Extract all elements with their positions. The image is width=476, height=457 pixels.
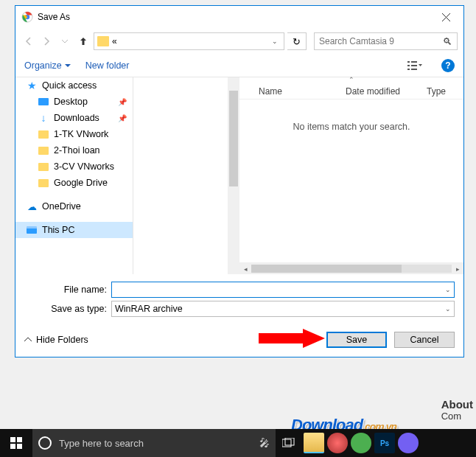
- svg-rect-11: [10, 444, 15, 449]
- svg-rect-5: [411, 65, 417, 66]
- filename-label: File name:: [24, 285, 111, 295]
- app-icon[interactable]: [327, 433, 348, 453]
- recent-dropdown[interactable]: [57, 40, 73, 43]
- horizontal-scrollbar[interactable]: ◂ ▸: [239, 262, 463, 274]
- column-headers: Name Date modified Type: [239, 83, 463, 100]
- tree-item-folder[interactable]: Google Drive: [15, 175, 133, 191]
- path-dropdown-icon[interactable]: ⌄: [269, 38, 281, 45]
- tree-label: 3-CV VNworks: [54, 161, 114, 172]
- toolbar: Organize New folder ?: [15, 55, 463, 77]
- app-icon[interactable]: [351, 433, 371, 453]
- filename-input[interactable]: [112, 285, 442, 295]
- filename-field[interactable]: ⌄: [111, 282, 455, 298]
- save-button[interactable]: Save: [326, 332, 387, 348]
- savetype-dropdown-icon[interactable]: ⌄: [442, 305, 454, 313]
- svg-rect-9: [10, 437, 15, 442]
- close-button[interactable]: [431, 7, 461, 27]
- column-type[interactable]: Type: [427, 86, 463, 97]
- help-button[interactable]: ?: [441, 59, 455, 72]
- folder-icon: [38, 161, 49, 172]
- taskbar-search-placeholder: Type here to search: [59, 438, 252, 449]
- scroll-right-icon[interactable]: ▸: [452, 263, 463, 274]
- navigation-bar: « ⌄ ↻ 🔍︎: [15, 28, 463, 55]
- tree-quick-access[interactable]: ★ Quick access: [15, 77, 133, 94]
- tree-item-desktop[interactable]: Desktop 📌: [15, 94, 133, 110]
- address-bar[interactable]: « ⌄: [94, 32, 284, 50]
- start-button[interactable]: [0, 429, 32, 457]
- folder-icon: [38, 177, 49, 189]
- chrome-icon: [21, 11, 33, 23]
- search-box[interactable]: 🔍︎: [314, 32, 458, 50]
- task-view-button[interactable]: [276, 438, 302, 448]
- svg-rect-12: [17, 444, 22, 449]
- svg-rect-2: [407, 61, 410, 63]
- tree-label: 2-Thoi loan: [54, 145, 100, 156]
- cortana-icon: [38, 436, 52, 450]
- downloads-icon: ↓: [38, 112, 49, 124]
- organize-menu[interactable]: Organize: [24, 60, 71, 71]
- svg-rect-10: [17, 437, 22, 442]
- tree-item-downloads[interactable]: ↓ Downloads 📌: [15, 110, 133, 126]
- tree-label: Downloads: [54, 113, 99, 123]
- star-icon: ★: [26, 80, 38, 91]
- up-button[interactable]: [76, 34, 91, 49]
- svg-rect-7: [411, 69, 417, 70]
- tree-label: Google Drive: [54, 178, 108, 188]
- explorer-icon[interactable]: [304, 433, 324, 453]
- annotation-arrow: [259, 329, 325, 348]
- save-as-dialog: Save As « ⌄ ↻ 🔍︎ Organize: [15, 5, 464, 357]
- tree-label: 1-TK VNwork: [54, 129, 108, 139]
- path-crumb[interactable]: «: [112, 36, 117, 46]
- folder-icon: [97, 36, 109, 46]
- form-area: File name: ⌄ Save as type: WinRAR archiv…: [15, 274, 463, 321]
- search-icon[interactable]: 🔍︎: [443, 36, 452, 47]
- tree-item-folder[interactable]: 1-TK VNwork: [15, 126, 133, 142]
- tree-scrollbar[interactable]: [228, 77, 239, 274]
- file-list-area: ⌃ Name Date modified Type No items match…: [239, 77, 463, 274]
- about-heading: About: [441, 398, 473, 411]
- tree-item-folder[interactable]: 2-Thoi loan: [15, 142, 133, 158]
- tree-item-folder[interactable]: 3-CV VNworks: [15, 158, 133, 175]
- tree-this-pc[interactable]: This PC: [15, 222, 133, 238]
- svg-rect-4: [407, 65, 410, 66]
- taskbar-search[interactable]: Type here to search 🎤︎: [32, 429, 276, 457]
- savetype-field[interactable]: WinRAR archive ⌄: [111, 301, 455, 317]
- photoshop-icon[interactable]: Ps: [374, 433, 395, 453]
- tree-label: OneDrive: [42, 201, 81, 212]
- tree-label: Quick access: [42, 80, 97, 91]
- mic-icon[interactable]: 🎤︎: [259, 437, 270, 449]
- svg-rect-3: [411, 61, 417, 63]
- back-button[interactable]: [21, 34, 36, 49]
- savetype-value: WinRAR archive: [112, 304, 442, 314]
- folder-tree: ★ Quick access Desktop 📌 ↓ Downloads 📌 1…: [15, 77, 133, 274]
- column-name[interactable]: Name: [251, 86, 346, 97]
- scroll-left-icon[interactable]: ◂: [239, 263, 251, 274]
- pin-icon: 📌: [118, 98, 127, 106]
- savetype-label: Save as type:: [24, 304, 111, 314]
- chevron-up-icon: [24, 338, 32, 342]
- empty-message: No items match your search.: [239, 122, 463, 132]
- button-row: Hide Folders Save Cancel: [15, 321, 463, 357]
- about-sub: Com: [441, 411, 473, 422]
- desktop-icon: [38, 96, 49, 108]
- window-title: Save As: [38, 12, 431, 22]
- hide-folders-button[interactable]: Hide Folders: [24, 335, 88, 345]
- folder-icon: [38, 128, 49, 140]
- svg-marker-8: [259, 329, 325, 348]
- folder-icon: [38, 144, 49, 156]
- view-options-button[interactable]: [403, 57, 427, 74]
- svg-rect-6: [407, 69, 410, 70]
- pc-icon: [26, 224, 38, 236]
- viber-icon[interactable]: [398, 433, 419, 453]
- tree-label: Desktop: [54, 97, 88, 107]
- search-input[interactable]: [319, 36, 443, 46]
- filename-dropdown-icon[interactable]: ⌄: [442, 286, 454, 293]
- taskbar: Type here to search 🎤︎ Ps: [0, 429, 476, 457]
- refresh-button[interactable]: ↻: [287, 32, 307, 50]
- new-folder-button[interactable]: New folder: [85, 60, 130, 71]
- cancel-button[interactable]: Cancel: [394, 332, 455, 348]
- title-bar: Save As: [15, 6, 463, 28]
- tree-onedrive[interactable]: ☁ OneDrive: [15, 198, 133, 214]
- column-date[interactable]: Date modified: [346, 86, 427, 97]
- forward-button[interactable]: [39, 34, 54, 49]
